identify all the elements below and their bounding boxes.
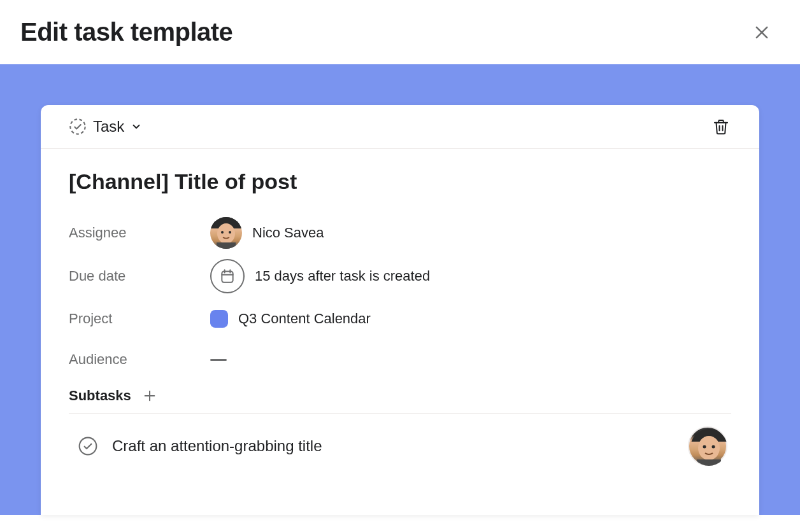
modal-title: Edit task template — [20, 18, 232, 46]
subtask-assignee-avatar[interactable] — [688, 426, 727, 466]
assignee-name: Nico Savea — [252, 225, 324, 241]
close-icon — [753, 24, 771, 41]
subtasks-label: Subtasks — [69, 388, 131, 404]
assignee-label: Assignee — [69, 225, 210, 241]
svg-point-7 — [221, 231, 224, 234]
calendar-icon — [219, 268, 236, 284]
audience-row[interactable]: Audience — [69, 339, 731, 380]
close-button[interactable] — [749, 20, 775, 45]
svg-point-2 — [70, 119, 85, 134]
subtasks-header: Subtasks — [69, 380, 731, 413]
chevron-down-icon — [131, 121, 142, 132]
audience-label: Audience — [69, 351, 210, 368]
calendar-circle — [210, 259, 245, 293]
task-type-selector[interactable]: Task — [69, 118, 142, 136]
svg-rect-10 — [222, 271, 232, 282]
svg-point-21 — [712, 445, 715, 449]
svg-point-6 — [217, 223, 235, 244]
trash-icon — [711, 117, 731, 136]
svg-point-16 — [80, 438, 97, 455]
avatar-face-icon — [689, 428, 729, 467]
modal-backdrop: Task [Channel] Title of post Assignee — [0, 64, 800, 515]
project-name: Q3 Content Calendar — [238, 311, 371, 327]
due-date-row[interactable]: Due date 15 days after task is created — [69, 254, 731, 298]
avatar-face-icon — [210, 217, 242, 249]
due-date-label: Due date — [69, 268, 210, 284]
project-value: Q3 Content Calendar — [210, 310, 371, 328]
subtask-row[interactable]: Craft an attention-grabbing title — [69, 413, 731, 479]
svg-point-8 — [229, 231, 231, 234]
task-type-label: Task — [93, 118, 124, 136]
delete-button[interactable] — [711, 116, 731, 137]
audience-value — [210, 359, 227, 361]
assignee-avatar — [210, 217, 242, 249]
task-card: Task [Channel] Title of post Assignee — [41, 105, 759, 515]
project-label: Project — [69, 311, 210, 327]
svg-point-19 — [698, 436, 720, 460]
due-date-text: 15 days after task is created — [255, 268, 430, 284]
assignee-value: Nico Savea — [210, 217, 324, 249]
project-color-chip — [210, 310, 228, 328]
due-date-value: 15 days after task is created — [210, 259, 430, 293]
empty-value-dash — [210, 359, 227, 361]
task-title[interactable]: [Channel] Title of post — [69, 169, 731, 194]
project-row[interactable]: Project Q3 Content Calendar — [69, 298, 731, 339]
svg-rect-9 — [217, 242, 236, 249]
subtask-title: Craft an attention-grabbing title — [112, 437, 674, 455]
svg-rect-22 — [697, 459, 721, 467]
svg-point-20 — [703, 445, 706, 449]
assignee-row[interactable]: Assignee Nico Savea — [69, 212, 731, 254]
subtask-complete-toggle[interactable] — [78, 436, 98, 456]
modal-header: Edit task template — [0, 0, 800, 64]
card-body: [Channel] Title of post Assignee — [41, 149, 759, 479]
task-check-icon — [69, 118, 87, 136]
add-subtask-button[interactable] — [143, 389, 157, 403]
card-toolbar: Task — [41, 105, 759, 149]
